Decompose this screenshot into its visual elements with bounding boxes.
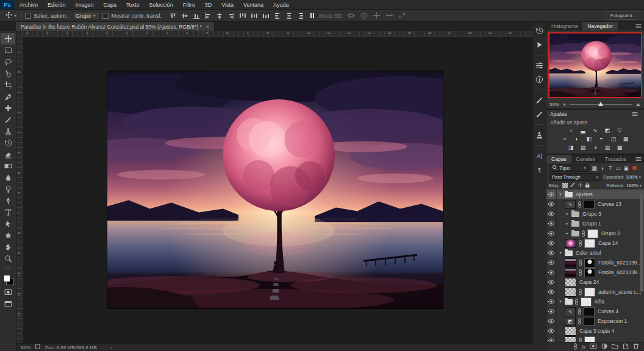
menu-filtro[interactable]: Filtro xyxy=(178,0,200,9)
collapse-group-icon[interactable]: ▾ xyxy=(558,192,563,197)
zoom-in-icon[interactable] xyxy=(635,101,641,108)
status-zoom-value[interactable]: 50% xyxy=(21,345,30,350)
menu-ayuda[interactable]: Ayuda xyxy=(268,0,293,9)
color-lookup-adjustment-icon[interactable]: ▦ xyxy=(621,135,631,143)
pen-tool[interactable] xyxy=(1,195,15,207)
fill-value[interactable]: 100%▾ xyxy=(626,183,642,188)
link-mask-icon[interactable] xyxy=(578,289,582,296)
layer-mask-thumbnail[interactable] xyxy=(587,229,598,238)
lock-position-icon[interactable] xyxy=(578,182,583,189)
layer-mask-thumbnail[interactable] xyxy=(584,317,595,326)
tab-canales[interactable]: Canales xyxy=(571,155,600,163)
dist-right-icon[interactable] xyxy=(296,12,306,20)
hue-saturation-adjustment-icon[interactable]: ≈ xyxy=(560,135,570,143)
link-mask-icon[interactable] xyxy=(578,260,582,266)
brush-tool[interactable] xyxy=(1,114,15,126)
menu-capa[interactable]: Capa xyxy=(99,0,122,9)
dist-vcenter-icon[interactable] xyxy=(249,12,259,20)
tab-trazados[interactable]: Trazados xyxy=(600,155,631,163)
panel-menu-icon[interactable] xyxy=(633,155,644,163)
dist-top-icon[interactable] xyxy=(238,12,248,20)
menu-3d[interactable]: 3D xyxy=(200,0,217,9)
lock-transparency-icon[interactable] xyxy=(562,183,568,188)
layer-visibility-toggle[interactable] xyxy=(546,190,557,199)
layer-row-capa-24[interactable]: Capa 24 xyxy=(546,277,644,287)
layer-row-nina[interactable]: ▾niña xyxy=(546,297,644,307)
layer-visibility-toggle[interactable] xyxy=(546,307,557,316)
auto-select-dropdown[interactable]: Grupo▾ xyxy=(72,11,99,20)
layer-visibility-toggle[interactable] xyxy=(546,229,557,238)
layer-visibility-toggle[interactable] xyxy=(546,297,557,307)
spot-healing-brush-tool[interactable] xyxy=(1,102,15,114)
posterize-adjustment-icon[interactable]: ▤ xyxy=(578,144,588,151)
layer-row-partial[interactable] xyxy=(546,336,644,342)
brush-settings-panel-icon[interactable] xyxy=(534,110,545,119)
align-options-icon[interactable] xyxy=(309,13,316,18)
opacity-value[interactable]: 100%▾ xyxy=(626,174,641,180)
layer-thumbnail[interactable] xyxy=(565,327,576,336)
delete-layer-button[interactable] xyxy=(633,343,639,350)
lock-pixels-icon[interactable] xyxy=(570,182,576,189)
layer-row-grupo-2[interactable]: ▸Grupo 2 xyxy=(546,229,644,238)
screen-mode-button[interactable] xyxy=(1,298,15,310)
panel-menu-icon[interactable] xyxy=(629,112,640,116)
move-tool-preset[interactable]: ▾ xyxy=(3,11,18,20)
path-selection-tool[interactable] xyxy=(1,218,15,230)
selective-color-adjustment-icon[interactable]: ▩ xyxy=(615,144,624,151)
align-left-icon[interactable] xyxy=(203,12,213,20)
curves-layer-icon[interactable]: ∿ xyxy=(565,200,576,209)
dist-bottom-icon[interactable] xyxy=(261,12,271,20)
layer-row-grupo-3[interactable]: ▸Grupo 3 xyxy=(546,209,644,219)
layer-mask-thumbnail[interactable] xyxy=(584,307,595,316)
gradient-map-adjustment-icon[interactable]: ▥ xyxy=(603,144,612,151)
align-hcenter-icon[interactable] xyxy=(215,12,224,20)
layer-row-ajustes[interactable]: ▾Ajustes xyxy=(546,190,644,199)
show-transform-checkbox[interactable] xyxy=(102,13,109,19)
layer-visibility-toggle[interactable] xyxy=(546,287,557,297)
align-bottom-icon[interactable] xyxy=(191,12,201,20)
photoshop-logo[interactable]: Ps xyxy=(0,0,15,9)
workspace-switcher[interactable]: Fotografía xyxy=(606,12,637,20)
layer-thumbnail[interactable] xyxy=(565,288,576,297)
gradient-tool[interactable] xyxy=(1,160,15,172)
layer-mask-thumbnail[interactable] xyxy=(584,336,595,342)
quick-mask-button[interactable] xyxy=(1,286,15,298)
link-mask-icon[interactable] xyxy=(578,269,582,276)
layer-row-capa-14[interactable]: Capa 14 xyxy=(546,238,644,248)
layer-row-exposicion-1[interactable]: ◩Exposición 1 xyxy=(546,316,644,326)
layer-row-grupo-1[interactable]: ▸Grupo 1 xyxy=(546,219,644,229)
filter-toggle-icon[interactable] xyxy=(632,166,637,170)
dist-left-icon[interactable] xyxy=(273,12,282,20)
filter-shape-icon[interactable]: ▭ xyxy=(615,165,621,171)
layer-visibility-toggle[interactable] xyxy=(546,326,557,336)
layer-row-fotolia-60212396-l[interactable]: Fotolia_60212396_L xyxy=(546,268,644,277)
actions-panel-icon[interactable] xyxy=(534,40,545,49)
layer-visibility-toggle[interactable] xyxy=(546,219,557,229)
layer-mask-thumbnail[interactable] xyxy=(584,268,595,277)
layer-row-capa-3-copia-4[interactable]: Capa 3 copia 4 xyxy=(546,326,644,336)
layer-effects-button[interactable]: fx xyxy=(582,344,586,350)
clone-stamp-tool[interactable] xyxy=(1,126,15,137)
lock-all-icon[interactable] xyxy=(585,182,590,189)
layers-scrollbar[interactable] xyxy=(640,194,643,292)
menu-texto[interactable]: Texto xyxy=(121,0,145,9)
document-tab[interactable]: Paradise in the future Rubén Álvarez Gon… xyxy=(16,22,215,31)
eraser-tool[interactable] xyxy=(1,149,15,160)
paragraph-panel-icon[interactable]: ¶ xyxy=(534,165,545,174)
menu-archivo[interactable]: Archivo xyxy=(15,0,43,9)
rectangular-marquee-tool[interactable] xyxy=(1,44,15,56)
add-adjustment-button[interactable] xyxy=(601,343,607,350)
align-right-icon[interactable] xyxy=(226,12,236,20)
layer-thumbnail[interactable] xyxy=(565,258,576,268)
link-mask-icon[interactable] xyxy=(578,240,582,247)
filter-pixel-icon[interactable]: ▦ xyxy=(591,165,598,171)
filter-smart-icon[interactable]: ▣ xyxy=(623,165,629,171)
threshold-adjustment-icon[interactable]: ◑ xyxy=(590,144,600,151)
layer-visibility-toggle[interactable] xyxy=(546,238,557,248)
levels-adjustment-icon[interactable]: ▃ xyxy=(578,127,588,134)
expand-group-icon[interactable]: ▸ xyxy=(565,221,570,226)
document-canvas-image[interactable] xyxy=(107,71,443,308)
filter-type-icon[interactable]: T xyxy=(607,165,614,171)
black-white-adjustment-icon[interactable]: ◧ xyxy=(584,135,594,143)
color-swatches[interactable] xyxy=(3,275,13,285)
